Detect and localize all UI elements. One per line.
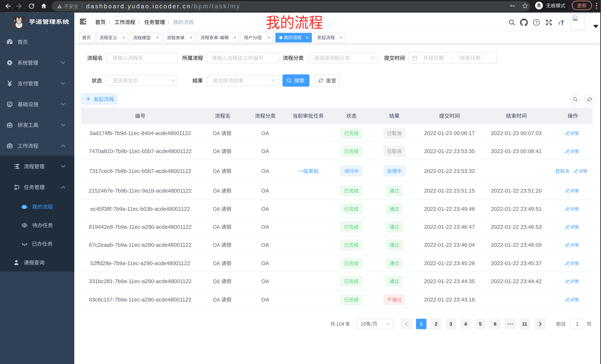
svg-text:?: ? xyxy=(535,20,537,25)
svg-text:T: T xyxy=(558,21,560,26)
svg-text:T: T xyxy=(561,19,564,26)
